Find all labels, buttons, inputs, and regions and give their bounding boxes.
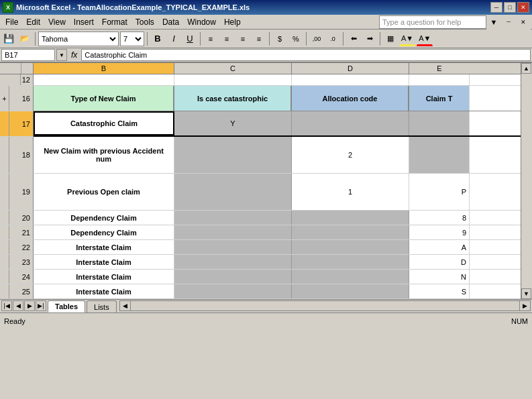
cell-e21[interactable]: 9 xyxy=(409,225,470,239)
menu-view[interactable]: View xyxy=(44,16,70,28)
cell-c21[interactable] xyxy=(174,225,292,239)
sheet-nav-next[interactable]: ▶ xyxy=(24,300,35,311)
cell-c22[interactable] xyxy=(174,240,292,254)
sheet-tab-lists[interactable]: Lists xyxy=(87,300,117,312)
cell-c19[interactable] xyxy=(174,174,292,210)
cell-c18[interactable] xyxy=(174,137,292,173)
cell-b21[interactable]: Dependency Claim xyxy=(34,225,174,239)
save-icon-btn[interactable]: 💾 xyxy=(1,32,16,46)
cell-b24[interactable]: Interstate Claim xyxy=(34,270,174,284)
percent-btn[interactable]: % xyxy=(288,32,303,46)
menu-help[interactable]: Help xyxy=(220,16,245,28)
align-right-btn[interactable]: ≡ xyxy=(235,32,250,46)
scroll-right-btn[interactable]: ▶ xyxy=(519,301,530,310)
cell-b22[interactable]: Interstate Claim xyxy=(34,240,174,254)
cell-reference[interactable]: B17 xyxy=(1,49,55,61)
cell-e20[interactable]: 8 xyxy=(409,211,470,225)
help-dropdown-btn[interactable]: ▼ xyxy=(486,15,501,30)
scroll-up-btn[interactable]: ▲ xyxy=(521,63,531,74)
cell-d20[interactable] xyxy=(292,211,409,225)
cell-e12[interactable] xyxy=(409,74,470,85)
border-btn[interactable]: ▦ xyxy=(383,32,398,46)
cell-d21[interactable] xyxy=(292,225,409,239)
cell-e16[interactable]: Claim T xyxy=(409,86,470,111)
cell-e22[interactable]: A xyxy=(409,240,470,254)
font-selector[interactable]: Tahoma xyxy=(38,32,119,46)
cell-b23[interactable]: Interstate Claim xyxy=(34,255,174,269)
maximize-button[interactable]: □ xyxy=(504,2,516,13)
menu-insert[interactable]: Insert xyxy=(70,16,98,28)
menu-tools[interactable]: Tools xyxy=(131,16,158,28)
cell-b19[interactable]: Previous Open claim xyxy=(34,174,174,210)
cell-ref-dropdown[interactable]: ▼ xyxy=(56,49,67,61)
help-close-btn[interactable]: ✕ xyxy=(516,15,531,30)
cell-e19[interactable]: P xyxy=(409,174,470,210)
fill-color-btn[interactable]: A▼ xyxy=(399,32,415,46)
sheet-nav-first[interactable]: |◀ xyxy=(1,300,12,311)
scroll-left-btn[interactable]: ◀ xyxy=(120,301,131,310)
cell-b18[interactable]: New Claim with previous Accident num xyxy=(34,137,174,173)
cell-b17[interactable]: Catastrophic Claim xyxy=(34,111,174,135)
cell-d22[interactable] xyxy=(292,240,409,254)
cell-c20[interactable] xyxy=(174,211,292,225)
close-button[interactable]: ✕ xyxy=(517,2,529,13)
formula-input[interactable]: Catastrophic Claim xyxy=(81,49,531,61)
align-center-btn[interactable]: ≡ xyxy=(219,32,234,46)
scroll-down-btn[interactable]: ▼ xyxy=(521,288,531,299)
increase-decimal-btn[interactable]: ,00 xyxy=(309,32,324,46)
cell-e18[interactable] xyxy=(409,137,470,173)
cell-c12[interactable] xyxy=(174,74,292,85)
cell-c24[interactable] xyxy=(174,270,292,284)
cell-d19[interactable]: 1 xyxy=(292,174,409,210)
minimize-button[interactable]: ─ xyxy=(490,2,502,13)
cell-e24[interactable]: N xyxy=(409,270,470,284)
cell-c25[interactable] xyxy=(174,284,292,298)
app-icon: X xyxy=(3,2,13,13)
decrease-decimal-btn[interactable]: .0 xyxy=(325,32,340,46)
menu-data[interactable]: Data xyxy=(158,16,183,28)
cell-d17[interactable] xyxy=(292,111,409,135)
outdent-btn[interactable]: ➡ xyxy=(362,32,377,46)
help-search-box[interactable]: Type a question for help xyxy=(379,15,486,29)
col-header-e: E xyxy=(409,63,470,74)
cell-e25[interactable]: S xyxy=(409,284,470,298)
cell-d24[interactable] xyxy=(292,270,409,284)
cell-b20[interactable]: Dependency Claim xyxy=(34,211,174,225)
cell-b12[interactable] xyxy=(34,74,174,85)
font-color-btn[interactable]: A▼ xyxy=(417,32,433,46)
underline-button[interactable]: U xyxy=(182,32,197,46)
menu-window[interactable]: Window xyxy=(183,16,220,28)
row-header-22: 22 xyxy=(0,240,34,255)
vertical-scrollbar[interactable]: ▲ ▼ xyxy=(521,63,532,299)
menu-edit[interactable]: Edit xyxy=(22,16,44,28)
horizontal-scrollbar[interactable]: ◀ ▶ xyxy=(119,300,531,311)
cell-b25[interactable]: Interstate Claim xyxy=(34,284,174,298)
bold-button[interactable]: B xyxy=(150,32,165,46)
cell-d12[interactable] xyxy=(292,74,409,85)
cell-c17[interactable]: Y xyxy=(174,111,292,135)
help-minimize-btn[interactable]: ─ xyxy=(501,15,516,30)
cell-d25[interactable] xyxy=(292,284,409,298)
cell-e17[interactable] xyxy=(409,111,470,135)
table-row: Catastrophic Claim Y xyxy=(34,111,521,137)
cell-d18[interactable]: 2 xyxy=(292,137,409,173)
cell-d16[interactable]: Allocation code xyxy=(292,86,409,111)
cell-c16[interactable]: Is case catastrophic xyxy=(174,86,292,111)
col-header-d: D xyxy=(292,63,409,74)
currency-btn[interactable]: $ xyxy=(272,32,287,46)
cell-d23[interactable] xyxy=(292,255,409,269)
sheet-nav-prev[interactable]: ◀ xyxy=(13,300,23,311)
open-icon-btn[interactable]: 📂 xyxy=(17,32,32,46)
menu-file[interactable]: File xyxy=(1,16,22,28)
sheet-tab-tables[interactable]: Tables xyxy=(48,300,85,312)
align-left-btn[interactable]: ≡ xyxy=(203,32,218,46)
menu-format[interactable]: Format xyxy=(98,16,131,28)
align-justify-btn[interactable]: ≡ xyxy=(252,32,266,46)
indent-btn[interactable]: ⬅ xyxy=(346,32,361,46)
cell-e23[interactable]: D xyxy=(409,255,470,269)
cell-b16[interactable]: Type of New Claim xyxy=(34,86,174,111)
sheet-nav-last[interactable]: ▶| xyxy=(36,300,46,311)
italic-button[interactable]: I xyxy=(166,32,181,46)
cell-c23[interactable] xyxy=(174,255,292,269)
font-size-selector[interactable]: 7 xyxy=(120,32,144,46)
